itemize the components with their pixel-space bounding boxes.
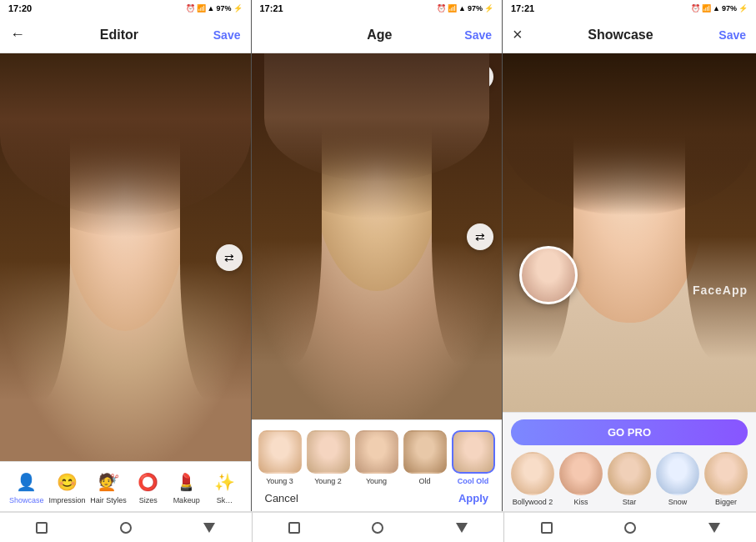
hair-side-right-showcase: [685, 53, 756, 359]
edit-button-age[interactable]: ✏️: [467, 63, 493, 90]
nav-impression[interactable]: 😊 Impression: [48, 470, 85, 504]
bottom-toolbar-showcase: GO PRO Bollywood 2 Kiss Star Snow: [503, 412, 756, 511]
filter-label-young: Young: [366, 477, 387, 485]
battery-text-age: 97%: [468, 4, 483, 13]
filter-thumb-young: [355, 430, 398, 474]
filter-thumb-inner-young3: [260, 432, 300, 472]
thumb-snow: [656, 452, 699, 495]
sys-nav-age: [253, 512, 505, 542]
nav-sizes-label: Sizes: [139, 496, 158, 504]
hair-overlay-editor: [0, 53, 251, 237]
filter-young2[interactable]: Young 2: [307, 430, 350, 485]
go-pro-button[interactable]: GO PRO: [511, 419, 748, 445]
nav-showcase-label: Showcase: [9, 496, 44, 504]
arrows-button-age[interactable]: ⇄: [467, 223, 493, 250]
hair-side-right-editor: [180, 53, 250, 400]
filter-label-old: Old: [418, 477, 430, 485]
nav-triangle-age[interactable]: [453, 519, 470, 536]
nav-impression-label: Impression: [48, 496, 85, 504]
save-button-showcase[interactable]: Save: [718, 28, 746, 42]
battery-text-showcase: 97%: [722, 4, 737, 13]
makeup-icon: 💄: [175, 470, 198, 494]
edit-icon: ✏️: [473, 70, 488, 83]
nav-triangle-editor[interactable]: [201, 519, 218, 536]
filter-young3[interactable]: Young 3: [258, 430, 302, 485]
impression-icon: 😊: [55, 470, 78, 494]
showcase-screen: 17:21 ⏰ 📶 ▲ 97% ⚡ × Showcase Save FaceAp…: [503, 0, 756, 511]
nav-square-showcase[interactable]: [538, 519, 555, 536]
hair-side-left-editor: [0, 53, 70, 400]
nav-skin-label: Sk…: [217, 496, 233, 504]
label-bollywood2: Bollywood 2: [513, 498, 553, 506]
status-bar-showcase: 17:21 ⏰ 📶 ▲ 97% ⚡: [503, 0, 756, 17]
nav-makeup-label: Makeup: [173, 496, 200, 504]
wifi-icon-age: ▲: [458, 4, 466, 13]
sizes-icon: ⭕: [137, 470, 160, 494]
status-icons-showcase: ⏰ 📶 ▲ 97% ⚡: [691, 4, 748, 13]
filter-thumb-young2: [307, 430, 350, 474]
apply-button[interactable]: Apply: [458, 492, 488, 504]
thumb-bigger: [704, 452, 748, 495]
hair-side-right-age: [432, 53, 502, 364]
nav-circle-showcase[interactable]: [622, 519, 638, 536]
filter-kiss[interactable]: Kiss: [559, 452, 603, 506]
nav-square-editor[interactable]: [33, 519, 50, 536]
cancel-button[interactable]: Cancel: [265, 492, 298, 504]
top-bar-editor: ← Editor Save: [0, 17, 251, 53]
cancel-apply-row: Cancel Apply: [252, 490, 503, 508]
editor-title: Editor: [100, 28, 138, 43]
charge-icon: ⚡: [233, 4, 243, 13]
label-star: Star: [623, 498, 637, 506]
sys-nav-editor: [0, 512, 253, 542]
nav-makeup[interactable]: 💄 Makeup: [170, 470, 203, 504]
nav-square-age[interactable]: [286, 519, 303, 536]
arrows-icon: ⇄: [224, 251, 234, 264]
nav-triangle-showcase[interactable]: [706, 519, 723, 536]
status-icons-age: ⏰ 📶 ▲ 97% ⚡: [437, 4, 493, 13]
save-button-age[interactable]: Save: [464, 28, 492, 42]
alarm-icon-showcase: ⏰: [691, 4, 700, 13]
filter-snow[interactable]: Snow: [656, 452, 699, 506]
system-nav-bar: [0, 511, 756, 542]
photo-area-age: ✏️ ⇄: [252, 53, 503, 419]
charge-icon-showcase: ⚡: [738, 4, 748, 13]
filter-thumb-old: [403, 430, 447, 474]
label-snow: Snow: [668, 498, 688, 506]
nav-hairstyles-label: Hair Styles: [90, 496, 127, 504]
age-screen: 17:21 ⏰ 📶 ▲ 97% ⚡ Age Save ✏️: [252, 0, 503, 511]
filter-star[interactable]: Star: [608, 452, 651, 506]
alarm-icon-age: ⏰: [437, 4, 446, 13]
filter-coolold[interactable]: Cool Old: [452, 430, 495, 485]
filter-young[interactable]: Young: [355, 430, 398, 485]
showcase-icon: 👤: [15, 470, 38, 494]
nav-hairstyles[interactable]: 💇 Hair Styles: [90, 470, 127, 504]
nav-showcase[interactable]: 👤 Showcase: [9, 470, 44, 504]
status-time-showcase: 17:21: [511, 3, 534, 13]
editor-screen: 17:20 ⏰ 📶 ▲ 97% ⚡ ← Editor Save ⇄: [0, 0, 252, 511]
signal-icon-showcase: 📶: [702, 4, 711, 13]
nav-icons-editor: 👤 Showcase 😊 Impression 💇 Hair Styles ⭕ …: [0, 467, 251, 508]
close-button-showcase[interactable]: ×: [513, 25, 523, 44]
mini-portrait[interactable]: [519, 246, 578, 304]
arrows-button-editor[interactable]: ⇄: [216, 244, 243, 271]
filter-label-coolold: Cool Old: [458, 477, 489, 485]
filter-bollywood2[interactable]: Bollywood 2: [511, 452, 554, 506]
wifi-icon-showcase: ▲: [713, 4, 720, 13]
status-icons-editor: ⏰ 📶 ▲ 97% ⚡: [186, 4, 243, 13]
nav-circle-editor[interactable]: [118, 519, 134, 536]
nav-sizes[interactable]: ⭕ Sizes: [132, 470, 165, 504]
filter-old[interactable]: Old: [403, 430, 447, 485]
signal-icon: 📶: [197, 4, 206, 13]
hair-side-left-showcase: [503, 53, 573, 359]
thumb-star: [608, 452, 651, 495]
arrows-icon-age: ⇄: [475, 230, 485, 243]
filter-strip-age: Young 3 Young 2 Young Old Cool Old: [252, 425, 503, 490]
hair-overlay-age: [252, 53, 503, 218]
top-bar-age: Age Save: [252, 17, 503, 53]
save-button-editor[interactable]: Save: [213, 28, 241, 42]
back-button[interactable]: ←: [10, 26, 25, 43]
filter-bigger[interactable]: Bigger: [704, 452, 748, 506]
nav-skin[interactable]: ✨ Sk…: [208, 470, 242, 504]
nav-circle-age[interactable]: [369, 519, 386, 536]
showcase-title: Showcase: [588, 28, 653, 43]
